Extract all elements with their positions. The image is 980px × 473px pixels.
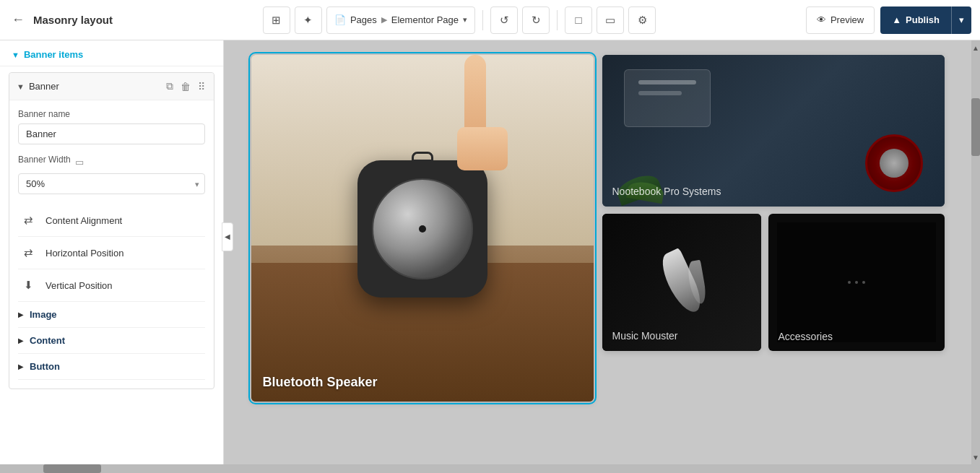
tablet-icon: □: [576, 14, 582, 26]
undo-icon: ↺: [500, 14, 509, 27]
drag-icon: ⠿: [198, 81, 205, 92]
bottom-scrollbar: [0, 464, 980, 473]
sidebar-section-header: ▼ Banner items: [0, 40, 223, 66]
scrollbar-up-arrow[interactable]: ▲: [971, 40, 980, 55]
desktop-icon: ▭: [605, 14, 615, 27]
toolbar-right: 👁 Preview ▲ Publish ▾: [806, 6, 971, 34]
add-icon: ✦: [303, 14, 313, 27]
banner-name-field: Banner name: [18, 109, 205, 144]
card-label-accessories: Accessories: [779, 331, 833, 342]
publish-wrap: ▲ Publish ▾: [880, 6, 971, 34]
collapse-icon: ◀: [225, 233, 230, 240]
banner-card-notebook[interactable]: Nootebook Pro Systems: [602, 55, 945, 207]
desktop-view-button[interactable]: ▭: [597, 6, 624, 34]
canvas-area: Bluetooth Speaker: [224, 40, 971, 464]
duplicate-icon: ⧉: [166, 80, 173, 92]
breadcrumb-separator: ▶: [381, 15, 387, 25]
add-element-button[interactable]: ✦: [295, 6, 322, 34]
redo-button[interactable]: ↻: [522, 6, 550, 34]
content-section-label: Content: [30, 335, 65, 346]
page-title: Masonry layout: [33, 14, 113, 26]
publish-button[interactable]: ▲ Publish: [880, 6, 951, 34]
undo-button[interactable]: ↺: [490, 6, 518, 34]
banner-body: Banner name Banner Width ▭ 25% 33% 50% 6…: [9, 100, 214, 389]
image-section-row[interactable]: ▶ Image: [18, 302, 205, 328]
vertical-position-icon: ⬇: [18, 275, 38, 295]
canvas-scrollbar: ▲ ▼: [971, 40, 980, 464]
layout-icon: ⊞: [272, 14, 281, 27]
banner-card-bluetooth[interactable]: Bluetooth Speaker: [251, 55, 594, 402]
horizontal-position-label: Horizontal Position: [45, 248, 123, 259]
back-icon: ←: [12, 12, 25, 27]
scrollbar-down-arrow[interactable]: ▼: [971, 450, 980, 464]
section-expand-icon: ▼: [12, 51, 19, 59]
content-section-row[interactable]: ▶ Content: [18, 328, 205, 354]
content-alignment-row[interactable]: ⇄ Content Alignment: [18, 204, 205, 237]
button-section-label: Button: [30, 361, 60, 372]
card-label-notebook: Nootebook Pro Systems: [612, 185, 721, 198]
banner-duplicate-button[interactable]: ⧉: [165, 79, 175, 94]
banner-delete-button[interactable]: 🗑: [179, 79, 192, 94]
button-section-row[interactable]: ▶ Button: [18, 354, 205, 380]
banner-width-field: Banner Width ▭ 25% 33% 50% 66% 75% 100% …: [18, 155, 205, 194]
eye-icon: 👁: [817, 14, 826, 25]
redo-icon: ↻: [532, 14, 541, 27]
horizontal-position-row[interactable]: ⇄ Horizontal Position: [18, 237, 205, 269]
main-area: ▼ Banner items ▼ Banner ⧉ 🗑 ⠿: [0, 40, 980, 464]
banner-drag-handle[interactable]: ⠿: [196, 79, 207, 94]
banner-label: Banner: [29, 81, 160, 92]
settings-button[interactable]: ⚙: [628, 6, 656, 34]
sidebar-collapse-handle[interactable]: ◀: [222, 222, 233, 251]
publish-chevron-icon: ▾: [959, 14, 964, 25]
banner-card-accessories[interactable]: Accessories: [768, 214, 945, 351]
gear-icon: ⚙: [638, 14, 647, 27]
content-alignment-icon: ⇄: [18, 210, 38, 230]
card-label-bluetooth: Bluetooth Speaker: [263, 375, 378, 390]
preview-label: Preview: [831, 14, 864, 25]
device-icon: ▭: [75, 157, 84, 168]
publish-icon: ▲: [892, 14, 901, 25]
banner-width-select[interactable]: 25% 33% 50% 66% 75% 100%: [18, 173, 205, 194]
card-bottom-row: Music Mouster Accessories: [602, 214, 945, 351]
breadcrumb[interactable]: 📄 Pages ▶ Elementor Page ▾: [326, 6, 475, 34]
banner-width-select-wrap: 25% 33% 50% 66% 75% 100% ▾: [18, 173, 205, 194]
banner-width-label-row: Banner Width ▭: [18, 155, 205, 169]
breadcrumb-page: Elementor Page: [391, 14, 459, 25]
toolbar-left: ← Masonry layout: [9, 9, 113, 30]
toolbar-separator-2: [557, 10, 558, 30]
publish-label: Publish: [906, 14, 940, 25]
banner-actions: ⧉ 🗑 ⠿: [165, 79, 207, 94]
scrollbar-thumb[interactable]: [971, 98, 980, 156]
toolbar-separator-1: [482, 10, 483, 30]
button-expand-icon: ▶: [18, 363, 24, 370]
canvas-inner: Bluetooth Speaker: [251, 55, 945, 402]
sidebar-section-title: Banner items: [24, 49, 83, 60]
banner-name-input[interactable]: [18, 123, 205, 144]
content-expand-icon: ▶: [18, 337, 24, 344]
banner-item: ▼ Banner ⧉ 🗑 ⠿ Banner name: [9, 72, 214, 389]
masonry-left-column: Bluetooth Speaker: [251, 55, 594, 402]
toolbar-center: ⊞ ✦ 📄 Pages ▶ Elementor Page ▾ ↺ ↻ □ ▭ ⚙: [118, 6, 800, 34]
image-section-label: Image: [30, 309, 57, 320]
banner-header[interactable]: ▼ Banner ⧉ 🗑 ⠿: [9, 73, 214, 100]
horizontal-position-icon: ⇄: [18, 243, 38, 263]
page-icon: 📄: [334, 14, 346, 25]
delete-icon: 🗑: [181, 81, 191, 92]
banner-toggle-icon: ▼: [17, 82, 25, 91]
vertical-position-row[interactable]: ⬇ Vertical Position: [18, 269, 205, 302]
sidebar: ▼ Banner items ▼ Banner ⧉ 🗑 ⠿: [0, 40, 224, 464]
bottom-scrollbar-thumb[interactable]: [43, 464, 101, 473]
card-label-music: Music Mouster: [612, 329, 678, 342]
vertical-position-label: Vertical Position: [45, 280, 113, 291]
tablet-view-button[interactable]: □: [565, 6, 592, 34]
banner-card-music[interactable]: Music Mouster: [602, 214, 761, 351]
back-button[interactable]: ←: [9, 9, 27, 30]
toolbar: ← Masonry layout ⊞ ✦ 📄 Pages ▶ Elementor…: [0, 0, 980, 40]
preview-button[interactable]: 👁 Preview: [806, 6, 875, 34]
publish-dropdown-button[interactable]: ▾: [951, 6, 971, 34]
layout-button[interactable]: ⊞: [263, 6, 290, 34]
banner-width-label: Banner Width: [18, 155, 71, 165]
breadcrumb-pages: Pages: [350, 14, 377, 25]
image-expand-icon: ▶: [18, 311, 24, 318]
banner-name-label: Banner name: [18, 109, 205, 119]
